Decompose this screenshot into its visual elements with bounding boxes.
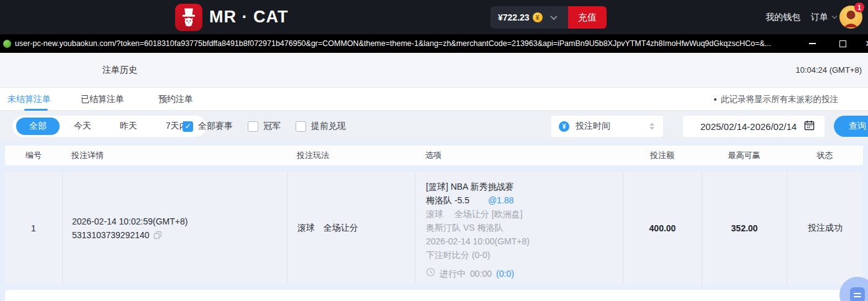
sort-by-select[interactable]: ¥ 投注时间 (551, 116, 663, 137)
orders-label: 订单 (811, 12, 828, 23)
checkbox-all-events-label: 全部赛事 (198, 121, 233, 132)
tabs-bar: 未结算注单 已结算注单 预约注单 此记录将显示所有未派彩的投注 (0, 87, 868, 111)
coin-icon: ¥ (533, 12, 543, 22)
calendar-icon (804, 120, 815, 133)
tab-unsettled-label: 未结算注单 (7, 94, 51, 105)
checkbox-cashout[interactable]: 提前兑现 (296, 121, 346, 132)
page-title: 注单历史 (102, 53, 137, 87)
customer-service-icon (850, 287, 865, 301)
checkbox-cashout-label: 提前兑现 (311, 121, 346, 132)
tab-settled-label: 已结算注单 (81, 94, 124, 105)
window-minimize-button[interactable] (804, 34, 820, 53)
time-range-segmented: 全部 今天 昨天 7天内 (12, 116, 206, 137)
filter-checkboxes: ✓ 全部赛事 冠军 提前兑现 (183, 111, 346, 142)
checkbox-all-events[interactable]: ✓ 全部赛事 (183, 121, 233, 132)
market-phase: 滚球 (426, 209, 443, 219)
chevron-down-icon (550, 13, 557, 20)
tab-reserved[interactable]: 预约注单 (158, 88, 193, 111)
date-range-input[interactable]: 2025/02/14-2026/02/14 (683, 116, 825, 137)
bet-time: 2026-02-14 10:02:59(GMT+8) (72, 215, 188, 228)
table-header: 编号 投注详情 投注玩法 选项 投注额 最高可赢 状态 (5, 146, 863, 165)
brand-logo[interactable]: MR · CAT (175, 3, 288, 31)
checkbox-unchecked-icon (296, 121, 306, 132)
league-name: [篮球] NBA 新秀挑战赛 (426, 180, 623, 193)
checkbox-unchecked-icon (248, 121, 258, 132)
col-play-type: 投注玩法 (287, 150, 415, 161)
table-row-partial (5, 290, 863, 301)
range-today-button[interactable]: 今天 (60, 118, 106, 135)
live-score: (0:0) (496, 267, 514, 280)
deposit-button[interactable]: 充值 (568, 6, 607, 29)
site-favicon-icon (3, 40, 11, 48)
market-detail: 全场让分 [欧洲盘] (454, 209, 523, 219)
col-max-win: 最高可赢 (702, 150, 787, 161)
range-all-button[interactable]: 全部 (16, 118, 60, 135)
score-at-bet: 下注时比分 (0-0) (426, 248, 623, 262)
col-option: 选项 (415, 150, 623, 161)
col-bet-details: 投注详情 (62, 150, 287, 161)
tab-unsettled[interactable]: 未结算注单 (7, 88, 51, 111)
bet-id: 5313103739292140 (72, 228, 150, 242)
window-maximize-button[interactable] (834, 34, 851, 53)
search-button[interactable]: 查询 (834, 116, 868, 137)
play-type-cell: 滚球 全场让分 (287, 172, 415, 285)
filter-bar: 全部 今天 昨天 7天内 ✓ 全部赛事 冠军 提前兑现 ¥ 投注时间 (0, 111, 868, 142)
match-time: 2026-02-14 10:00(GMT+8) (426, 234, 623, 248)
bullet-icon (714, 98, 717, 101)
live-clock: 00:00 (470, 267, 492, 280)
unsettled-note-text: 此记录将显示所有未派彩的投注 (721, 94, 838, 105)
odds-value: @1.88 (488, 195, 513, 205)
bet-details-cell: 2026-02-14 10:02:59(GMT+8) 5313103739292… (62, 172, 287, 285)
brand-name: MR · CAT (209, 7, 288, 27)
wallet-link[interactable]: 我的钱包 (766, 0, 800, 34)
play-market: 全场让分 (323, 223, 358, 234)
unsettled-note: 此记录将显示所有未派彩的投注 (714, 88, 868, 111)
col-stake: 投注额 (623, 150, 702, 161)
server-clock: 10:04:24 (GMT+8) (795, 53, 862, 87)
live-status: 进行中 (440, 267, 466, 280)
url-text[interactable]: user-pc-new.youbaokun.com/?token=6018310… (15, 39, 803, 48)
row-number: 1 (5, 172, 62, 285)
clock-icon (426, 267, 435, 280)
tab-reserved-label: 预约注单 (158, 94, 193, 105)
range-yesterday-button[interactable]: 昨天 (106, 118, 151, 135)
page-header: 注单历史 10:04:24 (GMT+8) (0, 53, 868, 87)
checkbox-champion-label: 冠军 (263, 121, 281, 132)
stake-amount: 400.00 (623, 172, 702, 285)
col-status: 状态 (787, 150, 863, 161)
chevron-down-icon (832, 14, 837, 19)
option-cell: [篮球] NBA 新秀挑战赛 梅洛队 -5.5 @1.88 滚球 全场让分 [欧… (415, 172, 623, 285)
balance-amount: ¥722.23 (498, 12, 530, 22)
tab-settled[interactable]: 已结算注单 (81, 88, 124, 111)
status-badge: 投注成功 (787, 172, 863, 285)
max-win-amount: 352.00 (702, 172, 787, 285)
col-number: 编号 (5, 150, 62, 161)
sort-arrows-icon (649, 123, 654, 130)
window-close-button[interactable]: ✕ (861, 34, 868, 53)
bet-time-coin-icon: ¥ (559, 121, 569, 132)
topbar: MR · CAT ¥722.23 ¥ 充值 我的钱包 订单 1 (0, 0, 868, 34)
pick-name: 梅洛队 -5.5 (426, 195, 469, 205)
notification-badge: 1 (854, 2, 864, 12)
checkbox-checked-icon: ✓ (183, 121, 193, 132)
sort-by-value: 投注时间 (576, 121, 610, 132)
bet-history-window: MR · CAT ¥722.23 ¥ 充值 我的钱包 订单 1 user-pc-… (0, 0, 868, 301)
match-teams: 奥斯汀队 VS 梅洛队 (426, 221, 623, 234)
window-titlebar: user-pc-new.youbaokun.com/?token=6018310… (0, 34, 868, 53)
copy-icon[interactable] (153, 231, 162, 239)
balance-dropdown[interactable]: ¥722.23 ¥ (491, 6, 568, 29)
table-row: 1 2026-02-14 10:02:59(GMT+8) 53131037392… (5, 172, 863, 285)
play-phase: 滚球 (297, 223, 315, 234)
mrcat-logo-icon (175, 4, 202, 31)
orders-menu[interactable]: 订单 (811, 0, 836, 34)
checkbox-champion[interactable]: 冠军 (248, 121, 281, 132)
date-range-value: 2025/02/14-2026/02/14 (700, 121, 797, 132)
